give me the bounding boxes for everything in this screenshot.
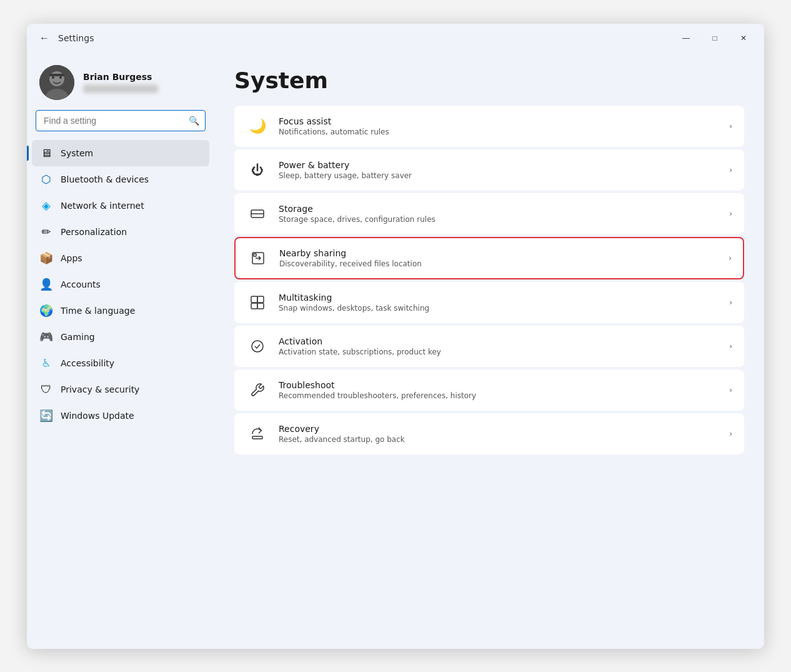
system-icon: 🖥 — [39, 146, 53, 160]
storage-text: Storage Storage space, drives, configura… — [279, 204, 724, 224]
power-battery-text: Power & battery Sleep, battery usage, ba… — [279, 160, 724, 180]
setting-recovery[interactable]: Recovery Reset, advanced startup, go bac… — [234, 413, 744, 454]
accounts-icon: 👤 — [39, 278, 53, 291]
sidebar-item-network[interactable]: ◈ Network & internet — [32, 193, 209, 219]
user-section: Brian Burgess — [27, 53, 214, 110]
sidebar-item-bluetooth[interactable]: ⬡ Bluetooth & devices — [32, 166, 209, 193]
storage-title: Storage — [279, 204, 724, 214]
power-battery-desc: Sleep, battery usage, battery saver — [279, 171, 724, 180]
sidebar-item-update[interactable]: 🔄 Windows Update — [32, 403, 209, 429]
minimize-button[interactable]: — — [672, 28, 700, 48]
troubleshoot-desc: Recommended troubleshooters, preferences… — [279, 391, 724, 400]
recovery-icon — [246, 423, 269, 445]
page-title: System — [234, 68, 744, 93]
back-button[interactable]: ← — [37, 30, 52, 46]
focus-assist-desc: Notifications, automatic rules — [279, 128, 724, 136]
update-icon: 🔄 — [39, 409, 53, 423]
storage-icon — [246, 203, 269, 225]
user-name: Brian Burgess — [83, 72, 158, 82]
svg-rect-9 — [254, 254, 256, 256]
recovery-text: Recovery Reset, advanced startup, go bac… — [279, 424, 724, 444]
svg-rect-12 — [251, 303, 257, 309]
sidebar-item-accessibility[interactable]: ♿ Accessibility — [32, 350, 209, 376]
svg-point-14 — [252, 341, 263, 352]
main-content: Brian Burgess 🔍 🖥 System ⬡ Bluetooth & d… — [27, 53, 764, 649]
setting-focus-assist[interactable]: 🌙 Focus assist Notifications, automatic … — [234, 106, 744, 147]
setting-multitasking[interactable]: Multitasking Snap windows, desktops, tas… — [234, 282, 744, 323]
recovery-title: Recovery — [279, 424, 724, 434]
svg-rect-11 — [257, 296, 264, 303]
svg-rect-15 — [252, 436, 262, 439]
time-icon: 🌍 — [39, 304, 53, 318]
troubleshoot-chevron: › — [729, 386, 732, 394]
nearby-sharing-desc: Discoverability, received files location — [279, 259, 724, 268]
nearby-sharing-text: Nearby sharing Discoverability, received… — [279, 248, 724, 268]
maximize-button[interactable]: □ — [700, 28, 729, 48]
activation-icon — [246, 335, 269, 358]
troubleshoot-title: Troubleshoot — [279, 380, 724, 390]
svg-rect-10 — [251, 296, 257, 303]
accessibility-icon: ♿ — [39, 356, 53, 370]
sidebar-item-personalization[interactable]: ✏️ Personalization — [32, 219, 209, 245]
close-button[interactable]: ✕ — [729, 28, 758, 48]
sidebar-label-system: System — [61, 148, 93, 158]
focus-assist-chevron: › — [729, 122, 732, 131]
multitasking-chevron: › — [729, 298, 732, 307]
focus-assist-title: Focus assist — [279, 116, 724, 126]
activation-text: Activation Activation state, subscriptio… — [279, 336, 724, 356]
sidebar-item-apps[interactable]: 📦 Apps — [32, 245, 209, 271]
sidebar-item-time[interactable]: 🌍 Time & language — [32, 298, 209, 324]
sidebar-label-bluetooth: Bluetooth & devices — [61, 174, 149, 184]
setting-troubleshoot[interactable]: Troubleshoot Recommended troubleshooters… — [234, 369, 744, 411]
avatar — [39, 65, 74, 100]
focus-assist-icon: 🌙 — [246, 115, 269, 138]
sidebar-label-time: Time & language — [61, 306, 135, 316]
window-controls: — □ ✕ — [672, 28, 758, 48]
setting-activation[interactable]: Activation Activation state, subscriptio… — [234, 326, 744, 367]
sidebar-item-gaming[interactable]: 🎮 Gaming — [32, 324, 209, 350]
sidebar-item-accounts[interactable]: 👤 Accounts — [32, 271, 209, 298]
main-panel: System 🌙 Focus assist Notifications, aut… — [214, 53, 764, 649]
sidebar-label-personalization: Personalization — [61, 227, 127, 237]
power-battery-title: Power & battery — [279, 160, 724, 170]
sidebar-label-network: Network & internet — [61, 201, 144, 211]
troubleshoot-text: Troubleshoot Recommended troubleshooters… — [279, 380, 724, 400]
search-box: 🔍 — [36, 110, 206, 131]
storage-chevron: › — [729, 209, 732, 218]
power-icon: ⏻ — [246, 159, 269, 181]
sidebar-label-accounts: Accounts — [61, 279, 101, 289]
user-email — [83, 84, 158, 93]
user-info: Brian Burgess — [83, 72, 158, 93]
sidebar-label-privacy: Privacy & security — [61, 384, 139, 394]
bluetooth-icon: ⬡ — [39, 173, 53, 186]
focus-assist-text: Focus assist Notifications, automatic ru… — [279, 116, 724, 136]
search-input[interactable] — [36, 110, 206, 131]
sidebar-item-privacy[interactable]: 🛡 Privacy & security — [32, 376, 209, 403]
settings-window: ← Settings — □ ✕ — [27, 24, 764, 649]
recovery-chevron: › — [729, 429, 732, 438]
svg-rect-13 — [257, 303, 264, 309]
setting-power-battery[interactable]: ⏻ Power & battery Sleep, battery usage, … — [234, 149, 744, 191]
multitasking-text: Multitasking Snap windows, desktops, tas… — [279, 293, 724, 313]
sidebar-item-system[interactable]: 🖥 System — [32, 140, 209, 166]
setting-nearby-sharing[interactable]: Nearby sharing Discoverability, received… — [234, 237, 744, 279]
svg-point-3 — [52, 76, 54, 79]
titlebar: ← Settings — □ ✕ — [27, 24, 764, 53]
sidebar-nav: 🖥 System ⬡ Bluetooth & devices ◈ Network… — [27, 138, 214, 431]
svg-rect-5 — [49, 74, 64, 76]
sidebar-label-update: Windows Update — [61, 411, 134, 421]
privacy-icon: 🛡 — [39, 383, 53, 396]
svg-point-1 — [49, 71, 64, 86]
multitasking-icon — [246, 291, 269, 314]
settings-list: 🌙 Focus assist Notifications, automatic … — [234, 106, 744, 454]
activation-desc: Activation state, subscriptions, product… — [279, 348, 724, 356]
window-title: Settings — [58, 33, 94, 43]
nearby-sharing-icon — [247, 247, 269, 269]
power-battery-chevron: › — [729, 166, 732, 174]
sidebar: Brian Burgess 🔍 🖥 System ⬡ Bluetooth & d… — [27, 53, 214, 649]
nearby-sharing-title: Nearby sharing — [279, 248, 724, 258]
storage-desc: Storage space, drives, configuration rul… — [279, 215, 724, 224]
gaming-icon: 🎮 — [39, 330, 53, 344]
setting-storage[interactable]: Storage Storage space, drives, configura… — [234, 193, 744, 234]
troubleshoot-icon — [246, 379, 269, 401]
